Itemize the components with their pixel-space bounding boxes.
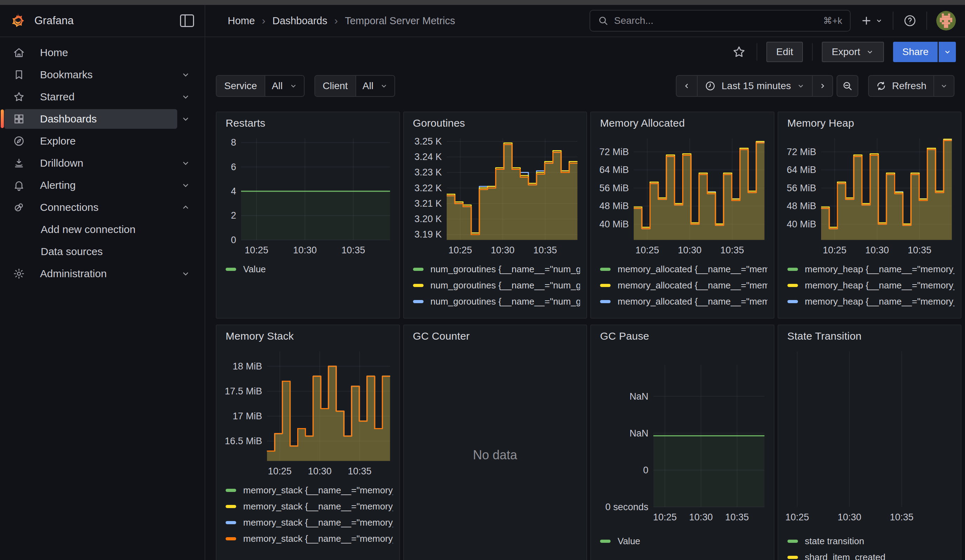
zoom-out-button[interactable] <box>837 76 858 96</box>
chevron-down-icon[interactable] <box>177 111 194 127</box>
chevron-down-icon <box>866 48 874 56</box>
export-button[interactable]: Export <box>822 42 884 62</box>
panel-title[interactable]: Memory Allocated <box>600 117 767 129</box>
panel-title[interactable]: Memory Heap <box>787 117 955 129</box>
svg-text:72 MiB: 72 MiB <box>599 147 629 157</box>
legend-item[interactable]: memory_heap {__name__="memory_h <box>785 309 955 313</box>
edit-button[interactable]: Edit <box>766 42 803 62</box>
sidebar-item-explore[interactable]: Explore <box>0 130 204 152</box>
panel-title[interactable]: State Transition <box>787 330 955 342</box>
sidebar-item-data-sources[interactable]: Data sources <box>0 240 204 263</box>
service-filter-value[interactable]: All <box>265 76 304 96</box>
chevron-down-icon[interactable] <box>177 177 194 194</box>
left-column: Grafana Home Bookmarks <box>0 5 205 560</box>
legend-item[interactable]: Value <box>223 261 393 277</box>
chevron-down-icon[interactable] <box>177 265 194 282</box>
legend-item[interactable]: memory_heap {__name__="memory_h <box>785 261 955 277</box>
legend-item[interactable]: memory_stack {__name__="memory_s <box>223 482 393 498</box>
sidebar-item-drilldown[interactable]: Drilldown <box>0 152 204 174</box>
legend: Value <box>223 261 393 313</box>
legend-label: memory_stack {__name__="memory_s <box>243 485 393 496</box>
search-input[interactable]: Search... ⌘+k <box>589 10 851 31</box>
dashboards-grid-icon <box>13 113 25 125</box>
svg-text:10:35: 10:35 <box>890 512 913 522</box>
legend-item[interactable]: Value <box>597 533 767 549</box>
sidebar-item-alerting[interactable]: Alerting <box>0 174 204 196</box>
svg-text:10:25: 10:25 <box>448 245 472 255</box>
share-button[interactable]: Share <box>893 42 938 62</box>
svg-text:3.25 K: 3.25 K <box>414 136 442 147</box>
time-back-button[interactable] <box>677 76 697 96</box>
client-filter-value[interactable]: All <box>355 76 394 96</box>
svg-text:0 seconds: 0 seconds <box>605 502 648 512</box>
legend-item[interactable]: memory_stack {__name__="memory_s <box>223 498 393 514</box>
svg-text:NaN: NaN <box>630 428 648 439</box>
svg-text:10:30: 10:30 <box>837 512 861 522</box>
sidebar-item-connections[interactable]: Connections <box>0 196 204 218</box>
sidebar-item-bookmarks[interactable]: Bookmarks <box>0 64 204 86</box>
time-forward-button[interactable] <box>812 76 833 96</box>
dashboard-controls: Service All Client All <box>216 75 955 97</box>
chevron-down-icon[interactable] <box>177 66 194 83</box>
legend-item[interactable]: memory_allocated {__name__="memo <box>597 309 767 313</box>
chevron-down-icon[interactable] <box>177 155 194 171</box>
refresh-button[interactable]: Refresh <box>869 76 934 96</box>
svg-text:10:25: 10:25 <box>245 245 268 255</box>
legend-label: memory_allocated {__name__="memo <box>618 264 767 275</box>
legend-label: num_goroutines {__name__="num_go <box>430 280 581 291</box>
time-range-picker[interactable]: Last 15 minutes <box>697 76 812 96</box>
sidebar-item-label: Data sources <box>41 246 103 258</box>
plus-icon <box>860 15 872 27</box>
panel-title[interactable]: Restarts <box>226 117 393 129</box>
sidebar-item-dashboards[interactable]: Dashboards <box>0 108 204 130</box>
legend-item[interactable]: state transition <box>785 533 955 549</box>
legend-item[interactable]: num_goroutines {__name__="num_go <box>410 261 581 277</box>
legend-item[interactable]: memory_stack {__name__="memory_s <box>223 531 393 547</box>
refresh-interval-button[interactable] <box>934 76 954 96</box>
breadcrumb-separator: › <box>262 15 265 27</box>
panel-title[interactable]: Goroutines <box>413 117 581 129</box>
panel-goroutines: Goroutines 10:2510:3010:353.25 K3.24 K3.… <box>403 112 587 318</box>
sidebar-item-administration[interactable]: Administration <box>0 263 204 284</box>
client-filter: Client All <box>314 75 396 97</box>
svg-text:18 MiB: 18 MiB <box>233 361 262 372</box>
star-dashboard-button[interactable] <box>731 44 747 60</box>
chevron-down-icon[interactable] <box>177 88 194 105</box>
grafana-logo-icon[interactable] <box>10 13 26 29</box>
panel-title[interactable]: GC Pause <box>600 330 767 342</box>
legend-swatch <box>787 556 798 559</box>
legend-item[interactable]: num_goroutines {__name__="num_go <box>410 309 581 313</box>
legend-item[interactable]: memory_heap {__name__="memory_h <box>785 277 955 293</box>
legend-item[interactable]: memory_heap {__name__="memory_h <box>785 293 955 309</box>
legend-swatch <box>787 284 798 287</box>
legend-label: memory_stack {__name__="memory_s <box>243 517 393 528</box>
help-button[interactable] <box>903 14 917 28</box>
breadcrumb-dashboards[interactable]: Dashboards <box>272 15 327 27</box>
chevron-up-icon[interactable] <box>177 199 194 216</box>
svg-text:6: 6 <box>231 162 236 172</box>
svg-text:0: 0 <box>643 465 648 475</box>
legend-item[interactable]: num_goroutines {__name__="num_go <box>410 293 581 309</box>
breadcrumb-separator: › <box>334 15 338 27</box>
panel-title[interactable]: Memory Stack <box>226 330 393 342</box>
panel-memory-heap: Memory Heap 10:2510:3010:3572 MiB64 MiB5… <box>778 112 962 318</box>
legend-item[interactable]: memory_allocated {__name__="memo <box>597 293 767 309</box>
legend-item[interactable]: memory_allocated {__name__="memo <box>597 261 767 277</box>
legend-item[interactable]: shard_item_created <box>785 549 955 560</box>
avatar[interactable] <box>936 11 956 31</box>
legend-item[interactable]: num_goroutines {__name__="num_go <box>410 277 581 293</box>
sidebar-item-home[interactable]: Home <box>0 41 204 64</box>
panel-title[interactable]: GC Counter <box>413 330 581 342</box>
legend-item[interactable]: memory_allocated {__name__="memo <box>597 277 767 293</box>
breadcrumb-home[interactable]: Home <box>228 15 255 27</box>
search-placeholder: Search... <box>614 15 653 26</box>
sidebar-item-add-new-connection[interactable]: Add new connection <box>0 218 204 240</box>
legend-label: memory_allocated {__name__="memo <box>618 312 767 313</box>
legend: Value <box>597 533 767 549</box>
dock-menu-icon[interactable] <box>180 15 194 27</box>
sidebar-item-starred[interactable]: Starred <box>0 86 204 108</box>
share-menu-button[interactable] <box>938 42 956 62</box>
svg-text:10:30: 10:30 <box>678 245 702 255</box>
legend-item[interactable]: memory_stack {__name__="memory_s <box>223 514 393 531</box>
add-button[interactable] <box>860 15 883 27</box>
